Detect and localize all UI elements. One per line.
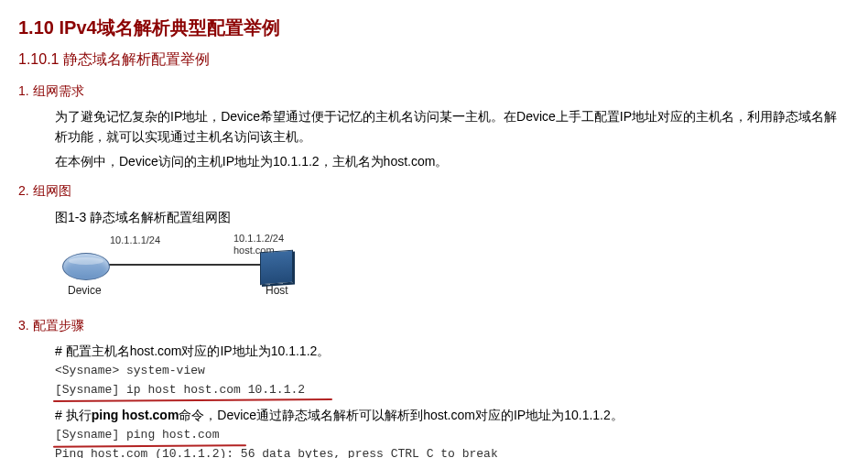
cmd-system-view: <Sysname> system-view [55,362,850,381]
cmd-ip-host-text: [Sysname] ip host host.com 10.1.1.2 [55,381,305,400]
section-network-diagram: 2. 组网图 [18,180,850,201]
cmd-ip-host: [Sysname] ip host host.com 10.1.1.2 [55,381,850,400]
interface-left-label: 10.1.1.1/24 [110,233,160,249]
step-2-prefix: # 执行 [55,408,92,422]
requirements-p2: 在本例中，Device访问的主机IP地址为10.1.1.2，主机名为host.c… [55,151,850,171]
network-diagram: 10.1.1.1/24 10.1.1.2/24 host.com Device … [55,233,330,306]
step-2-suffix: 命令，Device通过静态域名解析可以解析到host.com对应的IP地址为10… [179,408,623,422]
figure-caption: 图1-3 静态域名解析配置组网图 [55,207,850,227]
device-label-left: Device [68,282,102,300]
step-2-desc: # 执行ping host.com命令，Device通过静态域名解析可以解析到h… [55,405,850,425]
requirements-p1: 为了避免记忆复杂的IP地址，Device希望通过便于记忆的主机名访问某一主机。在… [55,106,850,147]
step-1-desc: # 配置主机名host.com对应的IP地址为10.1.1.2。 [55,341,850,361]
host-icon [260,250,293,286]
device-label-right: Host [266,282,288,300]
step-2-cmd: ping host.com [92,408,179,422]
interface-right-ip: 10.1.1.2/24 [233,233,284,244]
link-line [105,264,261,266]
cmd-ping: [Sysname] ping host.com [55,426,850,445]
router-icon [62,253,110,280]
section-requirements: 1. 组网需求 [18,81,850,101]
heading-1-10-1: 1.10.1 静态域名解析配置举例 [18,48,850,71]
cmd-ping-text: [Sysname] ping host.com [55,426,219,445]
section-config-steps: 3. 配置步骤 [18,315,850,335]
heading-1-10: 1.10 IPv4域名解析典型配置举例 [18,13,850,42]
